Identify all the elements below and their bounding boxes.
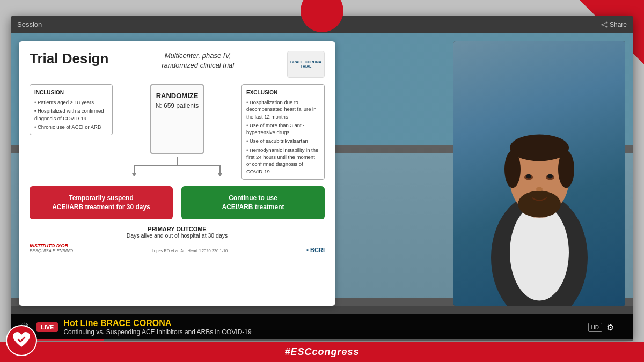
bcri-logo: ▪ BCRI <box>306 247 325 253</box>
slide-title: Trial Design <box>30 51 108 67</box>
session-window: Session Share <box>11 16 633 341</box>
primary-outcome-text: Days alive and out of hospital at 30 day… <box>30 232 325 239</box>
inclusion-item-1: • Patients aged ≥ 18 years <box>34 99 108 106</box>
speaker-silhouette <box>480 81 598 306</box>
treatment-suspend-box: Temporarily suspend ACEI/ARB treatment f… <box>30 186 173 219</box>
svg-point-42 <box>558 150 574 188</box>
lower-third: Hot Line BRACE CORONA Continuing vs. Sus… <box>63 314 581 341</box>
slide-header: Trial Design Multicenter, phase IV,rando… <box>30 51 325 78</box>
treatment-row: Temporarily suspend ACEI/ARB treatment f… <box>30 186 325 219</box>
instituto-logo: INSTITUTO D'OR PESQUISA E ENSINO <box>30 243 73 253</box>
randomize-label: RANDOMIZE <box>156 92 199 100</box>
hashtag-text: #ESCcongress <box>284 346 359 358</box>
svg-point-43 <box>518 190 561 217</box>
title-bar-left: Session <box>17 20 42 28</box>
slide-panel: Trial Design Multicenter, phase IV,rando… <box>19 41 335 306</box>
inclusion-box: INCLUSION • Patients aged ≥ 18 years • H… <box>30 84 113 135</box>
randomize-box: RANDOMIZE N: 659 patients <box>150 84 204 154</box>
svg-point-48 <box>536 187 543 191</box>
svg-line-5 <box>602 25 606 27</box>
svg-marker-34 <box>132 173 136 176</box>
fullscreen-icon[interactable]: ⛶ <box>618 322 627 332</box>
speaker-face <box>453 41 625 306</box>
svg-point-41 <box>504 150 521 188</box>
slide-center-header: Multicenter, phase IV,randomized clinica… <box>162 51 234 70</box>
hashtag-bar: #ESCcongress <box>0 342 644 362</box>
inclusion-item-3: • Chronic use of ACEI or ARB <box>34 123 108 130</box>
svg-line-4 <box>602 23 606 25</box>
bottom-bar: 🔊 LIVE Hot Line BRACE CORONA Continuing … <box>11 314 633 341</box>
bottom-controls: HD ⚙ ⛶ <box>582 314 633 341</box>
lower-third-subtitle: Continuing vs. Suspending ACE Inhibitors… <box>63 328 581 336</box>
svg-point-40 <box>510 134 569 161</box>
video-area: Trial Design Multicenter, phase IV,rando… <box>11 33 633 314</box>
live-badge: LIVE <box>36 322 58 332</box>
hd-badge[interactable]: HD <box>588 323 602 332</box>
slide-subtitle: Multicenter, phase IV,randomized clinica… <box>162 51 234 70</box>
svg-rect-28 <box>11 306 633 314</box>
svg-point-37 <box>510 204 569 300</box>
primary-outcome-title: PRIMARY OUTCOME <box>30 226 325 232</box>
exclusion-box: EXCLUSION • Hospitalization due to decom… <box>241 84 325 180</box>
trial-columns: INCLUSION • Patients aged ≥ 18 years • H… <box>30 84 325 180</box>
svg-point-46 <box>526 174 531 178</box>
exclusion-item-2: • Use of more than 3 anti-hypertensive d… <box>246 122 320 136</box>
svg-marker-35 <box>218 173 222 176</box>
svg-point-47 <box>547 174 553 178</box>
treatment-continue-box: Continue to use ACEI/ARB treatment <box>181 186 325 219</box>
randomize-column: RANDOMIZE N: 659 patients <box>118 84 236 176</box>
exclusion-item-4: • Hemodynamic instability in the first 2… <box>246 146 320 175</box>
share-label: Share <box>610 21 627 28</box>
inclusion-item-2: • Hospitalized with a confirmed diagnosi… <box>34 107 108 122</box>
brace-logo: BRACE CORONA TRIAL <box>287 51 325 78</box>
slide-left-header: Trial Design <box>30 51 108 67</box>
exclusion-title: EXCLUSION <box>246 89 320 97</box>
speaker-video <box>453 41 625 306</box>
primary-outcome: PRIMARY OUTCOME Days alive and out of ho… <box>30 226 325 239</box>
share-button[interactable]: Share <box>601 21 627 28</box>
inclusion-title: INCLUSION <box>34 89 108 97</box>
arrows-svg <box>118 157 236 176</box>
settings-icon[interactable]: ⚙ <box>606 322 614 333</box>
randomize-count: N: 659 patients <box>156 102 199 109</box>
reference-text: Lopes RD et al. Am Heart J 2020;226:1-10 <box>152 248 228 253</box>
exclusion-item-3: • Use of sacubitril/valsartan <box>246 137 320 144</box>
lower-third-title: Hot Line BRACE CORONA <box>63 318 581 328</box>
exclusion-item-1: • Hospitalization due to decompensated h… <box>246 99 320 120</box>
heart-logo <box>5 324 38 357</box>
progress-bar[interactable] <box>11 339 633 341</box>
window-title: Session <box>17 20 42 28</box>
slide-footer: INSTITUTO D'OR PESQUISA E ENSINO Lopes R… <box>30 243 325 253</box>
